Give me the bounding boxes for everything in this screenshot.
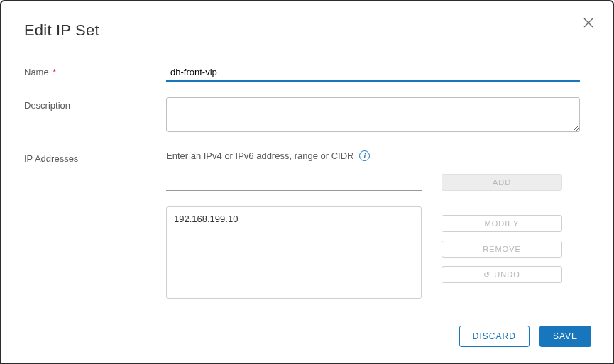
undo-label: UNDO (494, 270, 520, 279)
dialog-footer: DISCARD SAVE (459, 326, 591, 347)
ip-addresses-label: IP Addresses (24, 150, 166, 164)
ip-hint: Enter an IPv4 or IPv6 address, range or … (166, 150, 590, 161)
remove-button[interactable]: REMOVE (442, 241, 562, 258)
ip-addresses-row: IP Addresses Enter an IPv4 or IPv6 addre… (24, 150, 590, 299)
required-marker: * (53, 67, 56, 77)
save-button[interactable]: SAVE (539, 326, 591, 347)
name-input[interactable] (166, 64, 580, 82)
close-icon (583, 18, 594, 31)
description-label: Description (24, 97, 166, 111)
close-button[interactable] (583, 17, 594, 31)
name-label: Name * (24, 64, 166, 77)
description-input[interactable] (166, 97, 580, 132)
add-button[interactable]: ADD (442, 174, 562, 191)
modify-button[interactable]: MODIFY (442, 215, 562, 232)
edit-ip-set-dialog: Edit IP Set Name * Description IP Addres… (0, 0, 614, 364)
undo-button[interactable]: ↺ UNDO (442, 266, 562, 283)
ip-address-input[interactable] (166, 174, 422, 191)
dialog-title: Edit IP Set (24, 21, 590, 40)
name-row: Name * (24, 64, 590, 82)
description-row: Description (24, 97, 590, 135)
ip-list-item[interactable]: 192.168.199.10 (174, 213, 414, 225)
info-icon[interactable]: i (359, 150, 370, 161)
discard-button[interactable]: DISCARD (459, 326, 530, 347)
ip-address-list[interactable]: 192.168.199.10 (166, 206, 422, 299)
ip-hint-text: Enter an IPv4 or IPv6 address, range or … (166, 150, 353, 161)
undo-icon: ↺ (483, 270, 490, 280)
